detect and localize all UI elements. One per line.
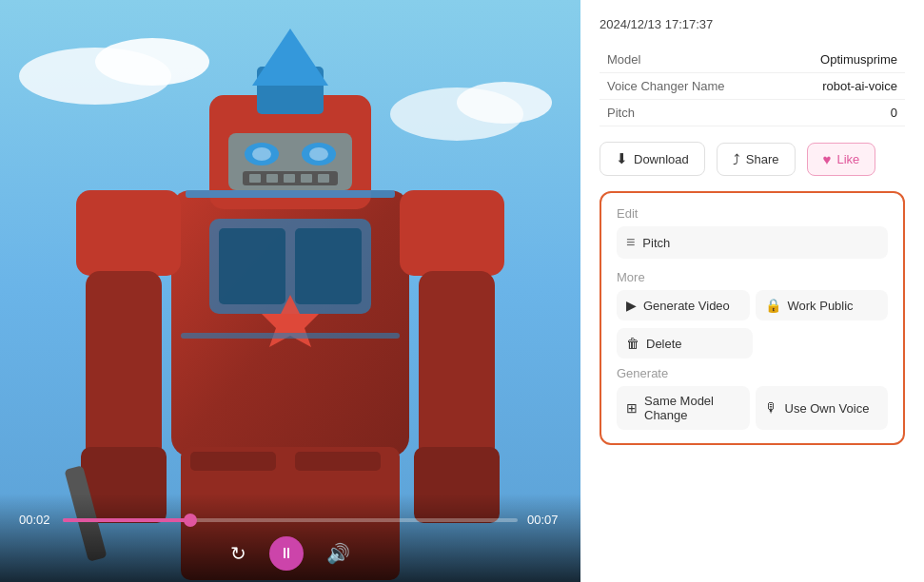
- work-public-label: Work Public: [788, 299, 854, 313]
- edit-section: Edit ≡ Pitch More ▶ Generate Video 🔒 Wor…: [600, 191, 905, 445]
- playback-controls: ↻ ⏸ 🔊: [19, 536, 561, 571]
- volume-button[interactable]: 🔊: [323, 538, 354, 569]
- generate-grid: ⊞ Same Model Change 🎙 Use Own Voice: [617, 386, 888, 430]
- svg-rect-32: [295, 452, 381, 471]
- voice-changer-value: robot-ai-voice: [733, 73, 905, 100]
- media-controls: 00:02 00:07 ↻ ⏸ 🔊: [0, 494, 580, 582]
- svg-rect-25: [86, 271, 162, 461]
- info-table: Model Optimusprime Voice Changer Name ro…: [600, 47, 905, 126]
- model-value: Optimusprime: [733, 47, 905, 73]
- progress-thumb[interactable]: [184, 514, 197, 527]
- svg-rect-18: [249, 174, 261, 183]
- download-button[interactable]: ⬇ Download: [600, 142, 705, 176]
- delete-item[interactable]: 🗑 Delete: [617, 328, 753, 359]
- like-button[interactable]: ♥ Like: [807, 143, 876, 176]
- same-model-item[interactable]: ⊞ Same Model Change: [617, 386, 750, 430]
- use-own-voice-item[interactable]: 🎙 Use Own Voice: [756, 386, 889, 430]
- pitch-value: 0: [733, 100, 905, 126]
- svg-rect-20: [284, 174, 295, 183]
- video-icon: ▶: [626, 298, 637, 313]
- volume-icon: 🔊: [326, 542, 350, 565]
- svg-point-2: [95, 38, 209, 86]
- timestamp: 2024/12/13 17:17:37: [600, 17, 905, 31]
- video-panel: 00:02 00:07 ↻ ⏸ 🔊: [0, 0, 580, 582]
- svg-rect-34: [186, 190, 395, 198]
- svg-point-4: [457, 82, 552, 124]
- pitch-item-label: Pitch: [642, 236, 670, 250]
- share-button[interactable]: ⤴ Share: [717, 143, 796, 176]
- play-pause-button[interactable]: ⏸: [269, 536, 304, 571]
- svg-rect-7: [219, 228, 285, 304]
- use-own-voice-label: Use Own Voice: [785, 401, 870, 416]
- pitch-item[interactable]: ≡ Pitch: [617, 226, 888, 259]
- info-panel: 2024/12/13 17:17:37 Model Optimusprime V…: [580, 0, 924, 582]
- model-change-icon: ⊞: [626, 400, 638, 416]
- model-row: Model Optimusprime: [600, 47, 905, 73]
- svg-point-15: [252, 147, 271, 161]
- generate-video-item[interactable]: ▶ Generate Video: [617, 290, 750, 320]
- delete-label: Delete: [646, 337, 682, 351]
- lock-icon: 🔒: [765, 298, 781, 313]
- generate-video-label: Generate Video: [643, 299, 730, 313]
- total-time: 00:07: [527, 513, 561, 527]
- repeat-icon: ↻: [230, 542, 246, 565]
- pitch-row: Pitch 0: [600, 100, 905, 126]
- share-icon: ⤴: [733, 151, 740, 167]
- progress-bar-area: 00:02 00:07: [19, 513, 561, 527]
- progress-track[interactable]: [63, 518, 518, 522]
- action-row: ⬇ Download ⤴ Share ♥ Like: [600, 138, 905, 180]
- svg-rect-23: [76, 190, 181, 276]
- more-grid: ▶ Generate Video 🔒 Work Public: [617, 290, 888, 320]
- pause-icon: ⏸: [279, 545, 294, 562]
- edit-label: Edit: [617, 206, 888, 221]
- pitch-lines-icon: ≡: [626, 234, 635, 251]
- heart-icon: ♥: [823, 151, 832, 167]
- download-label: Download: [634, 152, 689, 166]
- voice-changer-row: Voice Changer Name robot-ai-voice: [600, 73, 905, 100]
- mic-icon: 🎙: [765, 400, 778, 416]
- svg-rect-31: [190, 452, 276, 471]
- pitch-label: Pitch: [600, 100, 733, 126]
- more-label: More: [617, 270, 888, 284]
- current-time: 00:02: [19, 513, 53, 527]
- repeat-button[interactable]: ↻: [226, 538, 250, 569]
- svg-rect-8: [295, 228, 362, 304]
- svg-rect-35: [181, 333, 400, 339]
- trash-icon: 🗑: [626, 336, 639, 351]
- svg-rect-19: [266, 174, 278, 183]
- progress-fill: [63, 518, 190, 522]
- svg-rect-26: [419, 271, 495, 461]
- same-model-label: Same Model Change: [644, 394, 740, 422]
- model-label: Model: [600, 47, 733, 73]
- svg-rect-21: [301, 174, 312, 183]
- download-icon: ⬇: [616, 150, 628, 167]
- work-public-item[interactable]: 🔒 Work Public: [756, 290, 889, 320]
- generate-label: Generate: [617, 366, 888, 380]
- voice-changer-label: Voice Changer Name: [600, 73, 733, 100]
- like-label: Like: [836, 152, 859, 166]
- svg-rect-22: [318, 174, 329, 183]
- share-label: Share: [746, 152, 779, 166]
- svg-rect-24: [400, 190, 504, 276]
- svg-point-16: [309, 147, 328, 161]
